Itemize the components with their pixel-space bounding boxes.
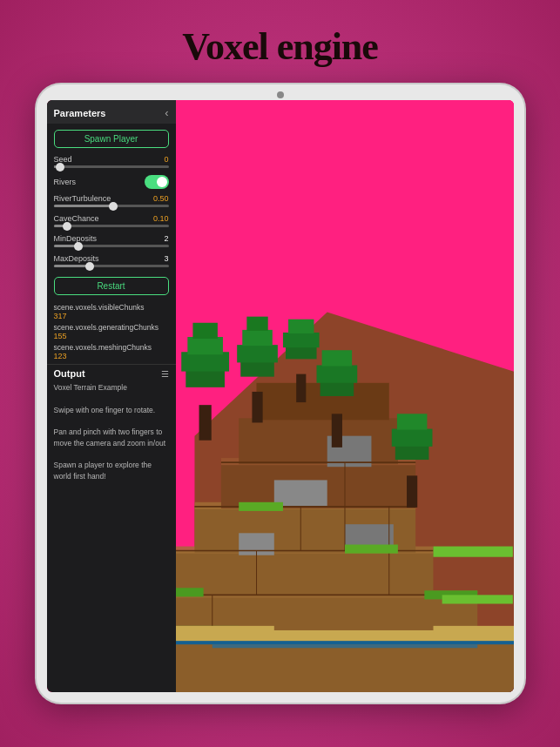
rivers-toggle[interactable]: [145, 175, 169, 189]
visible-chunks-label: scene.voxels.visibleChunks: [54, 303, 169, 312]
svg-rect-41: [242, 330, 273, 346]
svg-rect-40: [237, 345, 278, 362]
rivers-toggle-thumb: [157, 177, 167, 187]
rivers-param: Rivers: [47, 172, 176, 192]
svg-rect-35: [181, 352, 229, 371]
max-deposits-value: 3: [164, 254, 168, 263]
cave-chance-label: CaveChance: [54, 214, 99, 223]
svg-rect-31: [345, 545, 398, 554]
max-deposits-label: MaxDeposits: [54, 254, 99, 263]
mxd-fill: [54, 265, 89, 267]
cave-chance-slider[interactable]: [54, 225, 169, 227]
cave-chance-value: 0.10: [153, 214, 169, 223]
river-turbulence-value: 0.50: [153, 194, 169, 203]
cave-chance-param: CaveChance 0.10: [47, 212, 176, 232]
visible-chunks-stat: scene.voxels.visibleChunks 317: [47, 300, 176, 320]
svg-rect-36: [187, 337, 223, 354]
max-deposits-param: MaxDeposits 3: [47, 252, 176, 272]
chevron-icon[interactable]: ‹: [165, 106, 168, 119]
seed-label: Seed: [54, 155, 72, 164]
md-thumb: [74, 242, 83, 251]
rt-thumb: [109, 202, 118, 211]
svg-rect-46: [321, 350, 352, 366]
svg-rect-47: [296, 374, 306, 402]
svg-rect-45: [316, 365, 357, 382]
svg-rect-37: [192, 323, 217, 339]
rivers-label: Rivers: [54, 178, 77, 186]
river-turbulence-slider[interactable]: [54, 205, 169, 207]
svg-rect-53: [391, 429, 432, 447]
terrain-svg: [176, 100, 514, 692]
cc-thumb: [63, 222, 71, 231]
output-line-2: Swipe with one finger to rotate.: [54, 405, 169, 416]
seed-slider-thumb: [56, 163, 64, 172]
output-section: Output ☰ Voxel Terrain Example Swipe wit…: [47, 364, 176, 692]
svg-rect-13: [239, 418, 398, 464]
output-header: Output ☰: [54, 368, 169, 379]
svg-rect-50: [288, 320, 314, 333]
svg-rect-51: [407, 475, 417, 508]
min-deposits-value: 2: [164, 234, 168, 243]
ipad-screen: Parameters ‹ Spawn Player Seed 0 Rive: [47, 100, 514, 692]
restart-button[interactable]: Restart: [54, 277, 169, 295]
panel-title: Parameters: [54, 108, 106, 118]
min-deposits-param: MinDeposits 2: [47, 232, 176, 252]
svg-rect-33: [199, 405, 211, 441]
visible-chunks-value: 317: [54, 312, 169, 320]
svg-rect-52: [395, 445, 428, 460]
mxd-thumb: [85, 262, 94, 271]
svg-rect-60: [433, 547, 512, 557]
svg-rect-54: [396, 414, 427, 429]
rt-fill: [54, 205, 111, 207]
meshing-chunks-value: 123: [54, 352, 169, 360]
svg-rect-34: [186, 370, 225, 387]
svg-rect-59: [433, 626, 514, 633]
camera-dot: [277, 91, 284, 98]
svg-rect-58: [176, 626, 274, 633]
svg-rect-38: [252, 392, 262, 423]
meshing-chunks-label: scene.voxels.meshingChunks: [54, 343, 169, 352]
seed-value: 0: [164, 155, 168, 164]
min-deposits-label: MinDeposits: [54, 234, 98, 243]
generating-chunks-label: scene.voxels.generatingChunks: [54, 323, 169, 332]
river-turbulence-param: RiverTurbulence 0.50: [47, 192, 176, 212]
svg-rect-7: [176, 551, 433, 597]
min-deposits-slider[interactable]: [54, 245, 169, 247]
page-title: Voxel engine: [182, 24, 378, 69]
output-line-1: Voxel Terrain Example: [54, 382, 169, 394]
spawn-player-button[interactable]: Spawn Player: [54, 130, 169, 148]
svg-rect-30: [176, 588, 204, 596]
svg-rect-48: [286, 346, 317, 359]
svg-rect-42: [246, 317, 267, 331]
svg-rect-44: [320, 381, 354, 396]
generating-chunks-value: 155: [54, 332, 169, 340]
output-title: Output: [54, 368, 85, 379]
svg-rect-43: [331, 414, 341, 448]
svg-rect-61: [442, 595, 512, 603]
seed-slider[interactable]: [54, 165, 169, 168]
output-text: Voxel Terrain Example Swipe with one fin…: [54, 382, 169, 482]
ipad-frame: Parameters ‹ Spawn Player Seed 0 Rive: [37, 84, 524, 703]
svg-rect-56: [212, 644, 476, 648]
generating-chunks-stat: scene.voxels.generatingChunks 155: [47, 320, 176, 340]
output-menu-icon[interactable]: ☰: [161, 369, 169, 379]
parameters-panel: Parameters ‹ Spawn Player Seed 0 Rive: [47, 100, 176, 692]
svg-rect-39: [240, 360, 274, 376]
output-line-3: Pan and pinch with two fingers to move t…: [54, 427, 169, 449]
seed-param: Seed 0: [47, 152, 176, 172]
voxel-scene[interactable]: [176, 100, 514, 692]
output-line-4: Spawn a player to explore the world firs…: [54, 460, 169, 482]
svg-rect-49: [282, 333, 319, 347]
panel-header: Parameters ‹: [47, 100, 176, 124]
md-fill: [54, 245, 77, 247]
river-turbulence-label: RiverTurbulence: [54, 194, 111, 203]
max-deposits-slider[interactable]: [54, 265, 169, 267]
svg-rect-32: [239, 502, 283, 511]
meshing-chunks-stat: scene.voxels.meshingChunks 123: [47, 340, 176, 360]
